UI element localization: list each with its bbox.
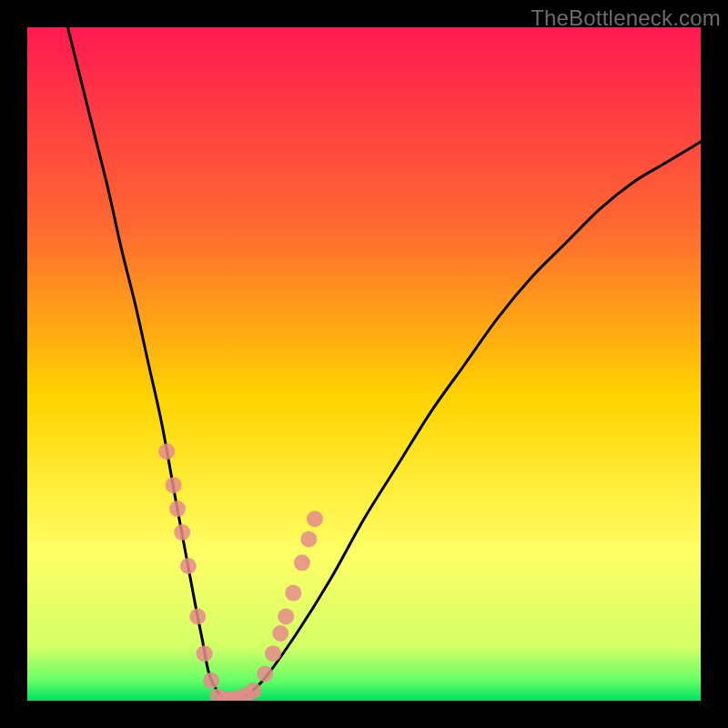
chart-background [27,27,701,701]
data-point [300,531,317,547]
data-point [203,672,219,689]
data-point [174,524,190,541]
data-point [272,625,288,642]
data-point [166,477,182,493]
chart-plot [27,27,701,701]
data-point [246,682,262,699]
chart-frame: TheBottleneck.com [0,0,728,728]
data-point [265,645,281,662]
data-point [197,645,213,662]
data-point [307,511,323,527]
data-point [278,609,294,625]
data-point [169,500,186,517]
watermark-label: TheBottleneck.com [531,5,721,31]
data-point [285,585,301,602]
data-point [189,609,206,625]
data-point [294,554,310,571]
data-point [257,665,273,682]
data-point [158,443,175,460]
data-point [180,558,197,574]
